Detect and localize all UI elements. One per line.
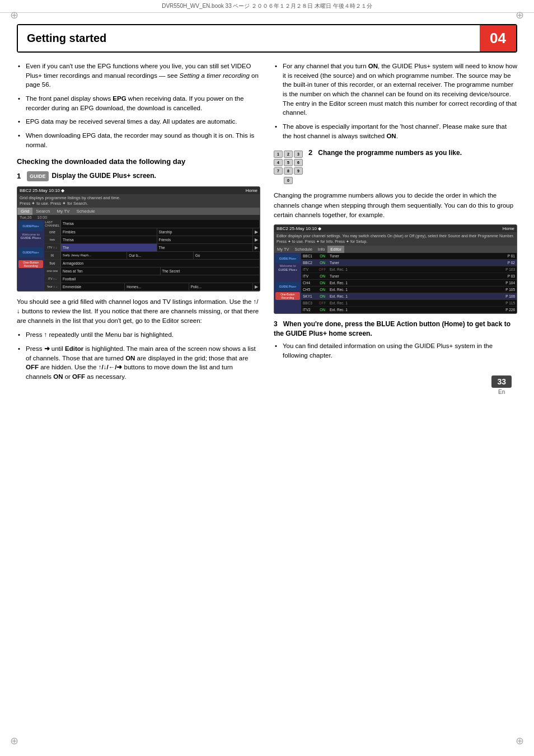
- epg-row: one Fimbles Starship ▶: [44, 228, 260, 236]
- epg-prog-cell: Sally Jessy Raph...: [61, 252, 127, 259]
- editor-row-bbc1: BBC1 ON Tuner P 01: [301, 253, 517, 260]
- editor-row-ch5: CH5 ON Ext. Rec. 1 P 105: [301, 287, 517, 293]
- channel-name: BBC3: [301, 300, 317, 306]
- bullet-item: The front panel display shows EPG when r…: [17, 94, 260, 112]
- epg-prog-cell: Homes...: [125, 283, 189, 290]
- editor-tab-info[interactable]: Info: [315, 246, 328, 253]
- epg-channel-cell: two: [44, 236, 61, 243]
- editor-bullets: Press ↑ repeatedly until the Menu bar is…: [17, 330, 260, 381]
- chapter-title: Getting started: [18, 25, 480, 51]
- editor-row-itv2: ITV2 ON Ext. Rec. 1 P 226: [301, 307, 517, 313]
- key-1: 1: [274, 151, 283, 158]
- editor-welcome: Welcome toGUIDE Plus+: [275, 264, 300, 272]
- editor-tab-editor[interactable]: Editor: [327, 246, 344, 253]
- epg-tab-schedule[interactable]: Schedule: [73, 208, 98, 215]
- channel-source: Ext. Rec. 1: [328, 287, 500, 293]
- channel-name: BBC2: [301, 260, 317, 266]
- channel-source: Ext. Rec. 1: [328, 293, 500, 299]
- guide-icon: GUIDE: [27, 171, 49, 181]
- page-lang: En: [498, 389, 505, 395]
- page-footer: 33 En: [491, 375, 512, 395]
- channel-prog: P 106: [500, 293, 517, 299]
- channel-name: CH5: [301, 287, 317, 293]
- epg-screen: BBC2 25-May 10:10 ◆ Home Grid displays p…: [17, 186, 260, 292]
- channel-prog: P 01: [500, 253, 517, 259]
- epg-row: four ↕ ↓ Emmerdale Homes... Polic... ▶: [44, 283, 260, 291]
- step2-row: 1 2 3 4 5 6 7 8 9 0: [274, 148, 517, 186]
- body-text-1: You should see a grid filled with channe…: [17, 297, 260, 326]
- epg-prog-cell: News at Ten: [61, 267, 161, 275]
- epg-tab-grid[interactable]: Grid: [17, 208, 32, 215]
- channel-prog: P 115: [500, 300, 517, 306]
- epg-row: LAST CHANNEL Theisa: [44, 220, 260, 228]
- editor-row-itv-off: ITV OFF Ext. Rec. 1 P 103: [301, 266, 517, 273]
- key-8: 8: [284, 167, 293, 175]
- editor-screen: BBC2 25-May 10:10 ◆ Home Editor displays…: [274, 224, 517, 314]
- channel-status: ON: [317, 260, 328, 266]
- channel-name: SKY1: [301, 293, 317, 299]
- epg-prog-cell: Theisa: [61, 236, 157, 243]
- welcome-text: Welcome toGUIDE Plus+: [18, 233, 43, 240]
- one-button-label: One-ButtonRecording: [18, 260, 43, 268]
- step3-bullet: You can find detailed information on usi…: [274, 341, 517, 360]
- editor-home-label: Home: [503, 226, 514, 231]
- editor-top-bar: BBC2 25-May 10:10 ◆ Home: [274, 225, 517, 232]
- editor-row-itv-on: ITV ON Tuner P 03: [301, 273, 517, 280]
- epg-channel-cell: five: [44, 260, 61, 267]
- epg-prog-cell: Starship: [157, 228, 254, 236]
- right-bullet-2: The above is especially important for th…: [274, 122, 517, 140]
- file-info: DVR550H_WV_EN.book 33 ページ ２００６年１２月２８日 木曜…: [162, 3, 372, 9]
- epg-tab-mytv[interactable]: My TV: [53, 208, 73, 215]
- epg-channel-cell: four ↕ ↓: [44, 283, 61, 290]
- channel-source: Tuner: [328, 273, 500, 279]
- epg-row: two Theisa Friends ▶: [44, 236, 260, 244]
- editor-onebutton: One-ButtonRecording: [275, 292, 300, 300]
- channel-source: Tuner: [328, 253, 500, 259]
- channel-status: ON: [317, 280, 328, 286]
- channel-name: ITV: [301, 266, 317, 273]
- step1-text: Display the GUIDE Plus+ screen.: [52, 171, 260, 181]
- epg-prog-cell: The Secret: [161, 267, 260, 275]
- channel-name: ITV: [301, 273, 317, 279]
- epg-tab-search[interactable]: Search: [32, 208, 53, 215]
- channel-status: OFF: [317, 300, 328, 306]
- right-bullet-1: For any channel that you turn ON, the GU…: [274, 62, 517, 118]
- channel-status: ON: [317, 253, 328, 259]
- right-bullets: For any channel that you turn ON, the GU…: [274, 62, 517, 140]
- step2-body: Changing the programme numbers allows yo…: [274, 191, 517, 220]
- epg-prog-cell: Our b...: [127, 252, 193, 259]
- editor-tab-mytv[interactable]: My TV: [274, 246, 292, 253]
- editor-row-ch4: CH4 ON Ext. Rec. 1 P 104: [301, 280, 517, 287]
- numpad: 1 2 3 4 5 6 7 8 9: [274, 151, 303, 175]
- epg-prog-cell: Armageddon: [61, 260, 260, 267]
- channel-prog: P 104: [500, 280, 517, 286]
- top-bar: DVR550H_WV_EN.book 33 ページ ２００６年１２月２８日 木曜…: [0, 0, 534, 13]
- step3-bullets: You can find detailed information on usi…: [274, 341, 517, 360]
- epg-tabs: Grid Search My TV Schedule: [17, 208, 260, 215]
- channel-prog: P 103: [500, 266, 517, 273]
- editor-row-bbc2: BBC2 ON Tuner P 02: [301, 260, 517, 266]
- step3-heading: 3 When you're done, press the BLUE Actio…: [274, 320, 517, 339]
- bullet-item: Even if you can't use the EPG functions …: [17, 62, 260, 90]
- right-column: For any channel that you turn ON, the GU…: [274, 62, 517, 389]
- editor-table: GUIDE Plus+ Welcome toGUIDE Plus+ GUIDE …: [274, 253, 517, 313]
- editor-sidebar-logo2: GUIDE Plus+: [275, 282, 300, 291]
- epg-prog-cell: Football: [61, 275, 260, 283]
- epg-channel-info: BBC2 25-May 10:10 ◆: [20, 188, 64, 193]
- step1-row: 1 GUIDE Display the GUIDE Plus+ screen.: [17, 171, 260, 182]
- chapter-number: 04: [480, 25, 516, 51]
- chapter-header: Getting started 04: [17, 24, 517, 53]
- step2-heading: Change the programme numbers as you like…: [318, 148, 517, 158]
- channel-source: Ext. Rec. 1: [328, 280, 500, 286]
- editor-tab-schedule[interactable]: Schedule: [292, 246, 315, 253]
- epg-channel-cell: f4: [44, 252, 61, 259]
- intro-bullets: Even if you can't use the EPG functions …: [17, 62, 260, 149]
- editor-row-bbc3: BBC3 OFF Ext. Rec. 1 P 115: [301, 300, 517, 307]
- sidebar-logo2: GUIDEPlus+: [18, 247, 43, 257]
- step1-number: 1: [17, 171, 24, 182]
- channel-status: ON: [317, 287, 328, 293]
- channel-name: CH4: [301, 280, 317, 286]
- epg-row: ITV ↕ ↓ Football: [44, 275, 260, 283]
- epg-row: ITV ↕ ↓ The The ▶: [44, 244, 260, 252]
- editor-row-sky1: SKY1 ON Ext. Rec. 1 P 106: [301, 293, 517, 300]
